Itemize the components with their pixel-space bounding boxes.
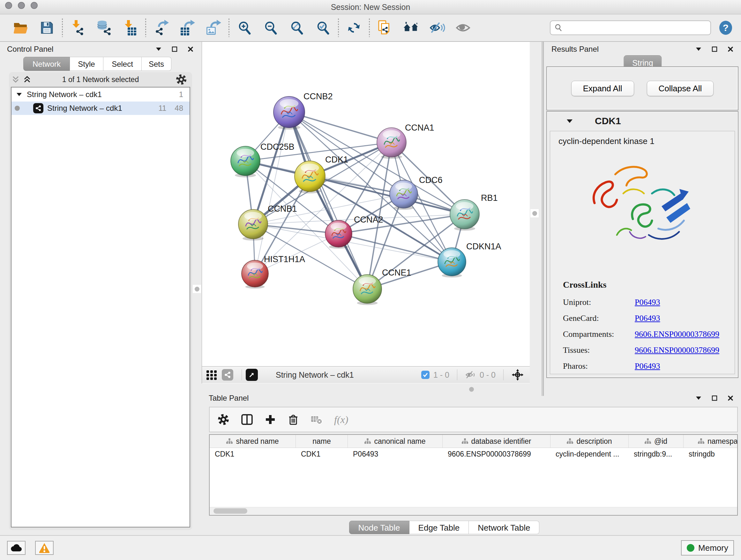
clone-network-icon[interactable] [377, 20, 393, 36]
hide-selected-icon[interactable] [429, 20, 445, 36]
table-panel-menu-icon[interactable] [695, 395, 702, 401]
selected-nodes-checkbox[interactable] [421, 371, 429, 379]
column-header-canonical-name[interactable]: canonical name [348, 435, 443, 448]
network-node[interactable]: CCNB2 [273, 91, 333, 130]
crosslink-label: GeneCard: [563, 314, 635, 323]
tab-select[interactable]: Select [104, 57, 142, 71]
tab-network-table[interactable]: Network Table [469, 521, 539, 534]
create-column-icon[interactable] [265, 414, 276, 425]
column-header--id[interactable]: @id [629, 435, 684, 448]
open-session-icon[interactable] [13, 20, 29, 36]
collapse-all-button[interactable]: Collapse All [647, 81, 714, 96]
results-panel-float-icon[interactable] [711, 46, 718, 53]
export-network-icon[interactable] [153, 20, 169, 36]
node-label: CCNA1 [405, 123, 434, 132]
scrollbar-thumb[interactable] [213, 508, 247, 514]
zoom-in-icon[interactable] [237, 20, 253, 36]
protein-structure-image [583, 155, 701, 270]
network-selection-status: 1 of 1 Network selected [9, 75, 192, 84]
show-all-icon[interactable] [455, 20, 471, 36]
section-expander-icon[interactable] [567, 119, 572, 123]
column-header-shared-name[interactable]: shared name [210, 435, 296, 448]
network-row-selected[interactable]: String Network – cdk1 11 48 [11, 102, 190, 115]
table-cell[interactable]: CDK1 [296, 448, 348, 460]
export-table-icon[interactable] [179, 20, 195, 36]
cloud-status-button[interactable] [7, 541, 25, 555]
table-cell[interactable]: stringdb [684, 448, 738, 460]
detach-view-icon[interactable] [246, 369, 258, 381]
network-node[interactable]: RB1 [450, 193, 498, 231]
network-thumbnail-icon[interactable] [222, 369, 233, 381]
warning-status-button[interactable] [35, 541, 54, 555]
splitter-handle[interactable] [467, 385, 475, 393]
import-network-file-icon[interactable] [70, 20, 86, 36]
shared-column-icon [567, 438, 573, 444]
protein-section-header[interactable]: CDK1 [547, 112, 738, 130]
table-cell[interactable]: stringdb:9... [629, 448, 684, 460]
memory-label: Memory [698, 543, 728, 553]
network-node[interactable]: HIST1H1A [242, 254, 305, 289]
network-collection-row[interactable]: String Network – cdk1 1 [11, 87, 190, 102]
shared-column-icon [364, 438, 371, 444]
table-panel-close-icon[interactable] [727, 395, 734, 401]
neighborhood-icon[interactable] [403, 20, 419, 36]
column-header-namespace[interactable]: namespace [684, 435, 738, 448]
table-cell[interactable]: P06493 [348, 448, 443, 460]
control-panel-float-icon[interactable] [171, 46, 178, 53]
tab-sets[interactable]: Sets [142, 57, 172, 71]
tab-style[interactable]: Style [70, 57, 104, 71]
column-header-description[interactable]: description [550, 435, 629, 448]
table-options-gear-icon[interactable] [217, 414, 229, 426]
splitter-handle[interactable] [193, 285, 201, 293]
save-session-icon[interactable] [39, 20, 55, 36]
table-hscrollbar[interactable] [210, 507, 737, 515]
network-node[interactable]: CCNA1 [377, 123, 434, 159]
fit-selected-crosshair-icon[interactable] [511, 368, 524, 381]
table-cell[interactable]: cyclin-dependent ... [550, 448, 629, 460]
column-header-name[interactable]: name [296, 435, 348, 448]
show-columns-icon[interactable] [241, 414, 253, 426]
collection-expander-icon[interactable] [17, 93, 22, 96]
expand-all-button[interactable]: Expand All [571, 81, 634, 96]
import-table-icon[interactable] [122, 20, 138, 36]
results-panel-menu-icon[interactable] [695, 46, 702, 53]
zoom-fit-icon[interactable] [289, 20, 305, 36]
crosslink-link[interactable]: P06493 [635, 298, 660, 307]
crosslink-link[interactable]: P06493 [635, 314, 660, 323]
export-image-icon[interactable] [205, 20, 221, 36]
hidden-eye-slash-icon[interactable] [465, 370, 476, 380]
help-button[interactable]: ? [718, 20, 733, 36]
tab-node-table[interactable]: Node Table [349, 521, 409, 534]
crosslink-link[interactable]: 9606.ENSP00000378699 [635, 346, 719, 355]
grid-view-icon[interactable] [206, 369, 217, 381]
results-panel-close-icon[interactable] [727, 46, 734, 53]
vertical-splitter[interactable] [530, 42, 544, 396]
network-node[interactable]: CDKN1A [438, 242, 501, 277]
crosslink-link[interactable]: P06493 [635, 361, 660, 371]
splitter-handle[interactable] [530, 209, 539, 217]
column-header-database-identifier[interactable]: database identifier [443, 435, 550, 448]
table-cell[interactable]: 9606.ENSP00000378699 [443, 448, 550, 460]
tab-edge-table[interactable]: Edge Table [409, 521, 469, 534]
network-canvas[interactable]: CCNB2 CCNA1 CDC25B CDK1 CDC6 RB1 CCNB1 C… [202, 42, 530, 366]
delete-column-icon[interactable] [287, 414, 299, 426]
table-panel-float-icon[interactable] [711, 395, 718, 401]
network-node[interactable]: CCNE1 [353, 268, 411, 305]
control-panel-menu-icon[interactable] [155, 46, 162, 53]
network-node[interactable]: CDK1 [294, 155, 348, 193]
zoom-out-icon[interactable] [263, 20, 279, 36]
memory-button[interactable]: Memory [681, 540, 734, 556]
network-node[interactable]: CDC25B [231, 142, 294, 178]
zoom-selected-icon[interactable] [315, 20, 331, 36]
control-panel-tabs: Network Style Select Sets [23, 57, 172, 71]
table-cell[interactable]: CDK1 [210, 448, 296, 460]
import-network-database-icon[interactable] [96, 20, 112, 36]
control-panel-close-icon[interactable] [187, 46, 194, 53]
search-input[interactable] [566, 23, 706, 33]
search-box[interactable] [550, 20, 711, 35]
network-options-gear-icon[interactable] [176, 74, 187, 85]
tab-network[interactable]: Network [23, 57, 70, 71]
refresh-layout-icon[interactable] [346, 20, 362, 36]
crosslink-link[interactable]: 9606.ENSP00000378699 [635, 329, 719, 339]
table-row[interactable]: CDK1CDK1P064939606.ENSP00000378699cyclin… [210, 448, 737, 460]
